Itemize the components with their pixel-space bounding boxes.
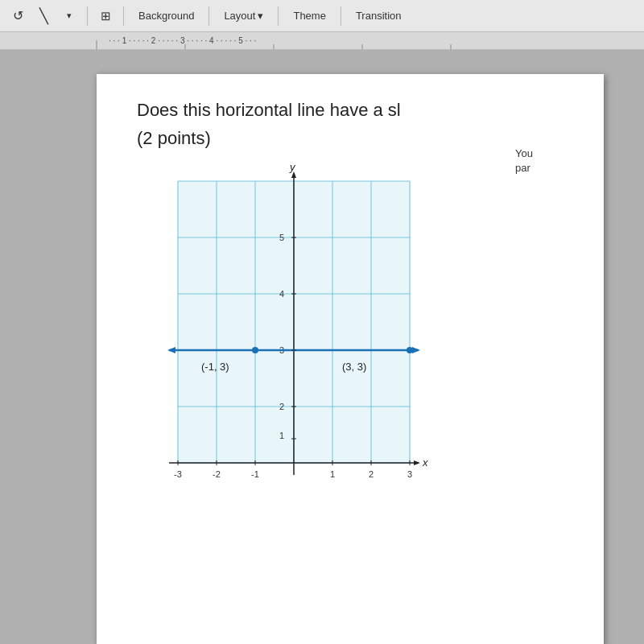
- side-note: You par: [515, 147, 580, 175]
- svg-text:5: 5: [279, 233, 284, 242]
- svg-text:3: 3: [407, 469, 412, 479]
- separator-1: [87, 6, 88, 26]
- svg-text:2: 2: [279, 402, 284, 411]
- svg-text:1: 1: [330, 469, 335, 479]
- undo-icon[interactable]: ↺: [6, 5, 29, 27]
- toolbar: ↺ ╲ ▾ ⊞ Background Layout ▾ Theme Transi…: [0, 0, 644, 32]
- main-area: Does this horizontal line have a sl (2 p…: [0, 50, 644, 644]
- svg-point-41: [252, 347, 258, 353]
- svg-text:-1: -1: [251, 469, 259, 479]
- points-text: (2 points): [137, 128, 580, 149]
- theme-button[interactable]: Theme: [285, 6, 333, 25]
- graph-container: y x 5 4 3 2 1 -3 -2 -1 1 2 3: [137, 165, 443, 503]
- layout-label: Layout: [224, 10, 255, 22]
- svg-text:(-1, 3): (-1, 3): [201, 361, 229, 373]
- svg-marker-24: [414, 460, 420, 465]
- separator-2: [123, 6, 124, 26]
- svg-point-42: [407, 347, 413, 353]
- svg-marker-39: [167, 347, 175, 353]
- separator-3: [208, 6, 209, 26]
- slide: Does this horizontal line have a sl (2 p…: [97, 74, 604, 644]
- svg-text:2: 2: [369, 469, 374, 479]
- background-button[interactable]: Background: [130, 6, 202, 25]
- separator-4: [278, 6, 279, 26]
- layout-arrow: ▾: [258, 10, 263, 22]
- svg-marker-40: [412, 347, 420, 353]
- side-note-line1: You: [515, 147, 580, 161]
- layout-button[interactable]: Layout ▾: [216, 6, 271, 25]
- slide-content: Does this horizontal line have a sl (2 p…: [97, 74, 604, 519]
- separator-5: [341, 6, 341, 26]
- cursor-icon[interactable]: ╲: [32, 5, 55, 27]
- svg-text:x: x: [422, 456, 428, 469]
- svg-text:y: y: [289, 165, 296, 173]
- layout-icon[interactable]: ⊞: [94, 5, 117, 27]
- ruler: // Rendered via inline generation · · · …: [0, 32, 644, 50]
- svg-text:4: 4: [279, 289, 284, 299]
- question-text: Does this horizontal line have a sl: [137, 98, 580, 123]
- svg-text:(3, 3): (3, 3): [342, 361, 366, 373]
- svg-text:-3: -3: [174, 469, 182, 479]
- graph-svg: y x 5 4 3 2 1 -3 -2 -1 1 2 3: [137, 165, 443, 503]
- svg-text:· · · 1 · · · · · 2 · · · · · : · · · 1 · · · · · 2 · · · · · 3 · · · · …: [109, 36, 256, 45]
- svg-text:-2: -2: [213, 469, 221, 479]
- dropdown-arrow[interactable]: ▾: [58, 5, 80, 27]
- side-note-line2: par: [515, 161, 580, 175]
- svg-text:1: 1: [279, 431, 284, 440]
- transition-button[interactable]: Transition: [348, 6, 410, 25]
